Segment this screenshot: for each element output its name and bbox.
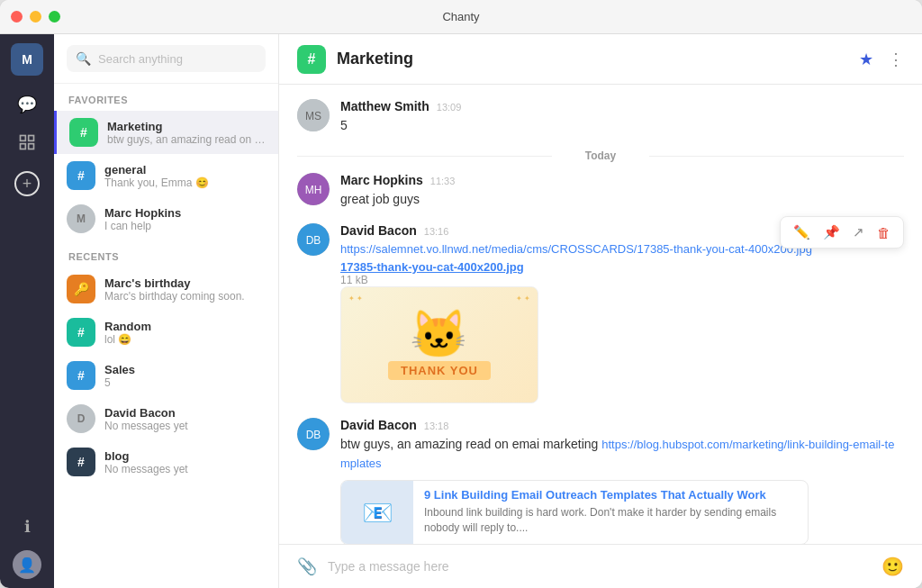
avatar: DB bbox=[297, 418, 330, 450]
contacts-nav-icon[interactable] bbox=[11, 126, 43, 158]
window-controls bbox=[11, 11, 60, 23]
message-time: 13:16 bbox=[424, 226, 449, 237]
avatar: DB bbox=[297, 223, 330, 256]
chat-input-area: 📎 🙂 bbox=[279, 544, 922, 588]
more-options-button[interactable]: ⋮ bbox=[888, 50, 904, 69]
item-preview: No messages yet bbox=[104, 420, 266, 432]
channel-icon: # bbox=[297, 45, 326, 74]
svg-rect-0 bbox=[21, 136, 26, 141]
avatar: MH bbox=[297, 173, 330, 205]
pin-message-button[interactable]: 📌 bbox=[818, 221, 845, 244]
item-name: blog bbox=[104, 449, 266, 463]
icon-rail: M 💬 + ℹ 👤 bbox=[0, 34, 54, 588]
item-name: Marketing bbox=[107, 120, 266, 133]
svg-rect-3 bbox=[29, 144, 34, 149]
search-icon: 🔍 bbox=[76, 51, 91, 66]
hash-icon: # bbox=[67, 361, 95, 390]
message-content: David Bacon 13:16 https://salemnet.vo.ll… bbox=[340, 223, 904, 403]
message-author: David Bacon bbox=[340, 418, 417, 432]
message-time: 11:33 bbox=[430, 176, 456, 186]
search-input-wrap[interactable]: 🔍 bbox=[67, 45, 266, 72]
link-preview-thumbnail: 📧 bbox=[341, 481, 413, 544]
item-text: Marketing btw guys, an amazing read on e… bbox=[107, 120, 266, 146]
message-link[interactable]: https://salemnet.vo.llnwd.net/media/cms/… bbox=[340, 242, 812, 256]
message-content: Matthew Smith 13:09 5 bbox=[340, 99, 904, 135]
edit-message-button[interactable]: ✏️ bbox=[788, 221, 816, 244]
sidebar-item-david-bacon[interactable]: D David Bacon No messages yet bbox=[54, 397, 278, 440]
message-content: David Bacon 13:18 btw guys, an amazing r… bbox=[340, 418, 904, 544]
sidebar-item-random[interactable]: # Random lol 😄 bbox=[54, 311, 278, 354]
item-text: Sales 5 bbox=[104, 363, 266, 389]
svg-rect-2 bbox=[21, 144, 26, 149]
hash-icon: # bbox=[67, 161, 95, 190]
message-author: David Bacon bbox=[340, 223, 417, 238]
sidebar-item-general[interactable]: # general Thank you, Emma 😊 bbox=[54, 154, 278, 197]
item-name: Sales bbox=[104, 363, 266, 376]
message-input[interactable] bbox=[328, 559, 871, 574]
message-actions: ✏️ 📌 ↗ 🗑 bbox=[780, 216, 904, 249]
key-icon: 🔑 bbox=[67, 275, 95, 303]
favorites-label: FAVORITES bbox=[54, 84, 278, 111]
close-button[interactable] bbox=[11, 11, 23, 23]
message-time: 13:09 bbox=[437, 102, 462, 113]
rail-bottom: ℹ 👤 bbox=[11, 511, 43, 579]
sidebar-item-marc-hopkins[interactable]: M Marc Hopkins I can help bbox=[54, 197, 278, 240]
item-text: general Thank you, Emma 😊 bbox=[104, 163, 266, 189]
filesize: 11 kB bbox=[340, 274, 904, 286]
image-preview: 🐱 THANK YOU ✦ ✦ ✦ ✦ bbox=[340, 286, 538, 403]
item-text: Random lol 😄 bbox=[104, 320, 266, 346]
link-preview-content: 9 Link Building Email Outreach Templates… bbox=[413, 481, 808, 544]
sidebar-item-blog[interactable]: # blog No messages yet bbox=[54, 440, 278, 484]
search-input[interactable] bbox=[98, 52, 257, 66]
item-preview: Marc's birthday coming soon. bbox=[104, 290, 266, 303]
item-name: Random bbox=[104, 320, 266, 333]
item-name: David Bacon bbox=[104, 406, 266, 420]
user-avatar-icon: D bbox=[67, 404, 95, 433]
user-avatar[interactable]: 👤 bbox=[13, 550, 41, 579]
item-text: blog No messages yet bbox=[104, 449, 266, 475]
maximize-button[interactable] bbox=[49, 11, 60, 23]
chat-messages[interactable]: MS Matthew Smith 13:09 5 Today M bbox=[279, 85, 922, 544]
star-button[interactable]: ★ bbox=[859, 50, 873, 69]
sidebar-item-sales[interactable]: # Sales 5 bbox=[54, 354, 278, 397]
item-name: general bbox=[104, 163, 266, 176]
item-text: David Bacon No messages yet bbox=[104, 406, 266, 432]
sidebar-item-marketing[interactable]: # Marketing btw guys, an amazing read on… bbox=[54, 111, 278, 154]
svg-text:DB: DB bbox=[306, 234, 321, 247]
svg-text:DB: DB bbox=[306, 429, 321, 441]
message-text: great job guys bbox=[340, 190, 904, 209]
delete-message-button[interactable]: 🗑 bbox=[872, 221, 896, 244]
info-icon[interactable]: ℹ bbox=[11, 511, 43, 543]
message-text: btw guys, an amazing read on emai market… bbox=[340, 435, 904, 473]
message-group: MS Matthew Smith 13:09 5 bbox=[297, 99, 904, 135]
link-preview-title[interactable]: 9 Link Building Email Outreach Templates… bbox=[424, 488, 797, 502]
app-window: Chanty M 💬 + ℹ 👤 🔍 bbox=[0, 0, 922, 588]
attach-button[interactable]: 📎 bbox=[297, 556, 317, 576]
item-text: Marc Hopkins I can help bbox=[104, 206, 266, 232]
message-text: 5 bbox=[340, 116, 904, 135]
item-preview: 5 bbox=[104, 376, 266, 389]
item-preview: No messages yet bbox=[104, 463, 266, 475]
sidebar-item-marcs-birthday[interactable]: 🔑 Marc's birthday Marc's birthday coming… bbox=[54, 267, 278, 311]
search-bar: 🔍 bbox=[54, 34, 278, 84]
chat-nav-icon[interactable]: 💬 bbox=[11, 88, 43, 121]
message-author: Marc Hopkins bbox=[340, 173, 423, 187]
svg-text:MH: MH bbox=[305, 184, 322, 196]
share-message-button[interactable]: ↗ bbox=[847, 221, 870, 244]
add-workspace-button[interactable]: + bbox=[14, 171, 40, 196]
app-body: M 💬 + ℹ 👤 🔍 FAVORI bbox=[0, 34, 922, 588]
svg-text:MS: MS bbox=[305, 110, 321, 122]
filename-link[interactable]: 17385-thank-you-cat-400x200.jpg bbox=[340, 260, 904, 274]
message-author: Matthew Smith bbox=[340, 99, 429, 113]
workspace-avatar[interactable]: M bbox=[11, 43, 43, 76]
item-name: Marc's birthday bbox=[104, 276, 266, 290]
chat-header: # Marketing ★ ⋮ bbox=[279, 34, 922, 85]
app-title: Chanty bbox=[442, 10, 479, 23]
message-content: Marc Hopkins 11:33 great job guys bbox=[340, 173, 904, 209]
emoji-button[interactable]: 🙂 bbox=[881, 556, 904, 577]
avatar: MS bbox=[297, 99, 330, 131]
minimize-button[interactable] bbox=[30, 11, 41, 23]
sidebar: 🔍 FAVORITES # Marketing btw guys, an ama… bbox=[54, 34, 279, 588]
message-group: DB David Bacon 13:18 btw guys, an amazin… bbox=[297, 418, 904, 544]
message-time: 13:18 bbox=[424, 421, 449, 431]
